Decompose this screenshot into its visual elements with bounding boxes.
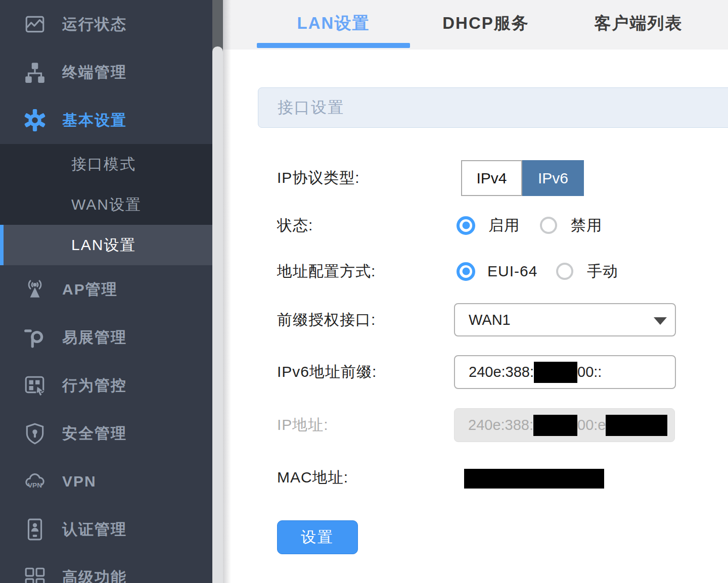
sidebar-item-label: 高级功能	[62, 567, 127, 583]
submenu-item-lan-settings[interactable]: LAN设置	[0, 225, 212, 265]
sidebar-item-advanced-features[interactable]: 高级功能	[0, 553, 212, 583]
page-scrollbar-track	[212, 0, 223, 583]
sidebar-item-ap-mgmt[interactable]: AP管理	[0, 265, 212, 313]
sidebar-item-running-status[interactable]: 运行状态	[0, 0, 212, 48]
main-content: LAN设置 DHCP服务 客户端列表 接口设置 IP协议类型: IPv4 IPv…	[223, 0, 728, 583]
ipv6-prefix-value-part: 00::	[577, 364, 602, 380]
status-radio-group: 启用 禁用	[457, 207, 719, 244]
select-value: WAN1	[469, 312, 511, 328]
ip-address-value-part: 240e:388:	[468, 417, 533, 433]
ipv6-segment-button[interactable]: IPv6	[522, 160, 584, 196]
sidebar-item-label: 易展管理	[62, 327, 127, 348]
eui64-radio-option[interactable]: EUI-64	[457, 253, 537, 289]
disable-radio	[540, 217, 557, 234]
submenu-item-interface-mode[interactable]: 接口模式	[0, 144, 212, 184]
sidebar-item-label: 终端管理	[62, 62, 127, 82]
vpn-cloud-icon: VPN	[23, 470, 47, 493]
mac-address-label: MAC地址:	[277, 460, 348, 495]
prefix-interface-select[interactable]: WAN1	[454, 303, 676, 336]
ipv6-prefix-input[interactable]: 240e:388: 00::	[454, 355, 676, 389]
gear-icon	[23, 109, 47, 132]
manual-radio-label: 手动	[587, 261, 618, 282]
addr-config-label: 地址配置方式:	[277, 253, 376, 289]
ip-address-value-part: 00:e	[577, 417, 606, 433]
tab-client-list[interactable]: 客户端列表	[563, 0, 714, 46]
sidebar-item-mesh-mgmt[interactable]: 易展管理	[0, 313, 212, 361]
eui64-radio-label: EUI-64	[487, 263, 537, 280]
mesh-logo-icon	[23, 326, 47, 349]
content-edge-shadow	[223, 0, 231, 583]
tab-label: LAN设置	[297, 12, 370, 35]
sidebar-item-basic-settings[interactable]: 基本设置	[0, 96, 212, 144]
redaction-block	[534, 362, 577, 383]
sidebar-item-vpn[interactable]: VPN VPN	[0, 457, 212, 505]
redaction-block	[606, 415, 667, 436]
eui64-radio	[457, 262, 475, 281]
submenu-item-label: LAN设置	[71, 236, 136, 253]
manual-radio-option[interactable]: 手动	[556, 253, 618, 289]
sidebar-item-auth-mgmt[interactable]: 认证管理	[0, 505, 212, 553]
id-card-icon	[23, 518, 47, 541]
shield-icon	[23, 422, 47, 445]
submenu-item-label: WAN设置	[71, 196, 142, 213]
svg-text:VPN: VPN	[28, 481, 42, 489]
section-header-interface-settings: 接口设置	[258, 87, 728, 128]
sidebar-item-label: 认证管理	[62, 519, 127, 540]
active-tab-underline	[257, 43, 410, 48]
app-control-icon	[23, 374, 47, 397]
status-label: 状态:	[277, 207, 313, 244]
submit-button[interactable]: 设置	[277, 520, 358, 554]
dropdown-caret-icon	[654, 317, 667, 325]
sidebar-item-behavior-control[interactable]: 行为管控	[0, 361, 212, 409]
sidebar-item-label: 基本设置	[62, 110, 127, 130]
enable-radio	[457, 216, 475, 235]
ip-address-input: 240e:388: 00:e	[454, 408, 675, 442]
ipv6-prefix-label: IPv6地址前缀:	[277, 355, 377, 389]
tab-label: 客户端列表	[595, 12, 683, 35]
addr-config-radio-group: EUI-64 手动	[457, 253, 719, 289]
redaction-block	[533, 415, 577, 436]
ipv4-segment-button[interactable]: IPv4	[461, 160, 522, 196]
enable-radio-label: 启用	[488, 215, 520, 236]
sidebar-item-label: 运行状态	[62, 14, 127, 34]
page-scrollbar-thumb[interactable]	[212, 46, 223, 583]
disable-radio-option[interactable]: 禁用	[540, 207, 602, 244]
prefix-interface-label: 前缀授权接口:	[277, 303, 376, 336]
sidebar: 运行状态 终端管理	[0, 0, 212, 583]
mac-address-redaction	[464, 469, 604, 489]
sidebar-item-label: 安全管理	[62, 423, 127, 444]
submenu-item-wan-settings[interactable]: WAN设置	[0, 184, 212, 225]
tab-lan-settings[interactable]: LAN设置	[256, 0, 411, 46]
tab-bar: LAN设置 DHCP服务 客户端列表	[223, 0, 728, 50]
section-title: 接口设置	[278, 99, 344, 116]
antenna-icon	[23, 278, 47, 301]
ip-protocol-segment: IPv4 IPv6	[461, 160, 584, 196]
sidebar-item-label: AP管理	[62, 279, 118, 300]
activity-chart-icon	[23, 13, 47, 36]
sidebar-item-terminal-mgmt[interactable]: 终端管理	[0, 48, 212, 96]
selected-indicator-bar	[0, 225, 4, 265]
ip-protocol-label: IP协议类型:	[277, 160, 360, 196]
submenu-item-label: 接口模式	[71, 156, 136, 172]
sidebar-item-security-mgmt[interactable]: 安全管理	[0, 409, 212, 457]
manual-radio	[556, 263, 573, 280]
ipv6-prefix-value-part: 240e:388:	[469, 364, 534, 380]
basic-settings-submenu: 接口模式 WAN设置 LAN设置	[0, 144, 212, 265]
tab-dhcp-service[interactable]: DHCP服务	[410, 0, 562, 46]
enable-radio-option[interactable]: 启用	[457, 207, 520, 244]
tab-label: DHCP服务	[442, 12, 529, 35]
network-tree-icon	[23, 61, 47, 84]
disable-radio-label: 禁用	[571, 215, 602, 236]
grid-icon	[23, 566, 47, 583]
ip-address-label: IP地址:	[277, 408, 329, 442]
sidebar-item-label: VPN	[62, 473, 97, 490]
sidebar-item-label: 行为管控	[62, 375, 127, 396]
